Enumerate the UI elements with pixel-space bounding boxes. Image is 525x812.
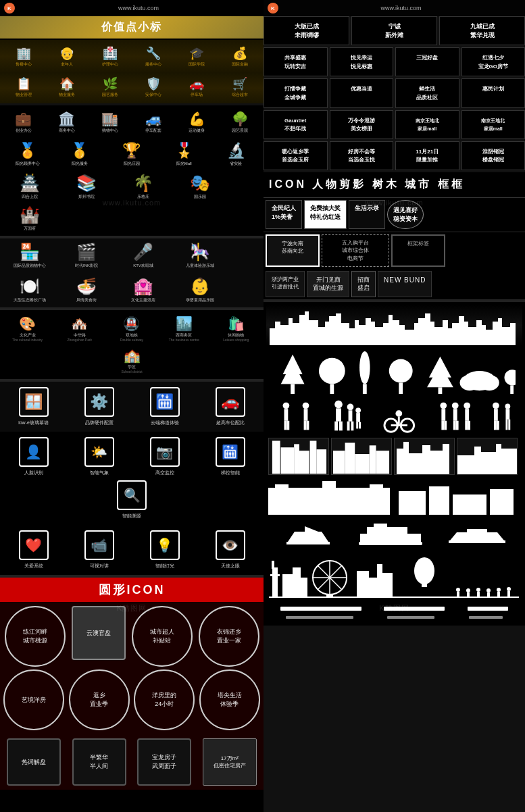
icon-label: 物业管理 — [16, 93, 32, 97]
promo-badge-2: 免费抽大奖特礼仿红送 — [304, 200, 347, 229]
svg-rect-8 — [318, 327, 325, 345]
circle-icon-sqm: 17万m² 低密住宅房产 — [203, 738, 257, 786]
svg-rect-73 — [347, 422, 350, 431]
banner-text-6: 三冠好盘 — [416, 55, 438, 61]
circle-icon-text: 练江河畔 城市桃源 — [23, 628, 47, 644]
icon-item-white: 🌳 园艺景观 — [222, 109, 259, 134]
svg-point-75 — [355, 407, 361, 413]
cinema-icon-item: 🎬 时代INK影院 — [59, 241, 114, 270]
svg-rect-39 — [498, 318, 502, 345]
food-street-icon: 🍜 — [76, 277, 97, 296]
svg-rect-117 — [409, 453, 422, 475]
smart-icons-grid: 👤 人脸识别 🌤️ 智能气象 📷 高空监控 🛗 梯控智能 🔍 智能溯源 — [0, 432, 264, 525]
building-block-6 — [395, 481, 520, 515]
business-label: 西商务区 — [176, 333, 192, 338]
circle-icon-yangfang: 洋房里的 24小时 — [134, 669, 195, 730]
svg-point-45 — [319, 358, 345, 384]
banner-item-18: 11月21日限量加推 — [395, 141, 459, 170]
banner-item-9: 优惠当道 — [330, 78, 394, 107]
direction-banner-3: 招商盛启 — [351, 271, 376, 297]
svg-rect-5 — [299, 315, 305, 345]
people-svg — [273, 400, 516, 434]
culture-hotel-icon-item: 🏩 文化主题酒店 — [116, 276, 170, 305]
icon-section-header: ICON 人物剪影 树木 城市 框框 — [264, 172, 525, 198]
svg-point-71 — [347, 403, 354, 410]
city-skyline-svg-1 — [270, 308, 520, 345]
subway-icon-item: 🚇 双地铁 Double subway — [111, 314, 153, 343]
svg-rect-105 — [281, 447, 295, 474]
svg-point-168 — [486, 588, 491, 592]
top-banners-row5: 暖心返乡季首选金玉府 好房不会等当选金玉悦 11月21日限量加推 淮阴销冠楼盘销… — [264, 141, 525, 170]
svg-rect-140 — [359, 542, 422, 545]
circle-icon-text: 宝龙房子 武周面子 — [152, 753, 176, 770]
svg-rect-113 — [370, 445, 376, 474]
svg-point-63 — [303, 403, 309, 409]
trace-item: 🔍 智能溯源 — [105, 480, 159, 519]
top-banners-row4: Gauntlet不想年战 万令令巡游美女榜册 南京王地北家居mall 南京王地北… — [264, 110, 525, 139]
svg-rect-15 — [359, 325, 366, 345]
watermark-text: www.ikutu.com — [18, 5, 259, 11]
building-block-2 — [331, 438, 392, 475]
face-recog-label: 人脸识别 — [24, 470, 43, 476]
circle-section-header: 圆形ICON — [0, 578, 264, 602]
banner-text-18: 11月21日限量加推 — [416, 149, 439, 163]
block-svg-4 — [457, 438, 518, 475]
svg-rect-93 — [465, 409, 469, 420]
smart-weather-icon: 🌤️ — [84, 437, 114, 467]
care-icons-grid: ❤️ 关爱系统 📹 可视对讲 💡 智能灯光 👁️ 天使之眼 — [0, 525, 264, 575]
icon-label: 园艺景观 — [232, 128, 248, 133]
weather-label: 智能气象 — [90, 470, 109, 476]
wreath-label: 阳光颐养中心 — [16, 161, 40, 167]
banner-text-13: 万令令巡游美女榜册 — [348, 118, 375, 132]
banner-text-19: 淮阴销冠楼盘销冠 — [482, 149, 504, 163]
face-recog-item: 👤 人脸识别 — [7, 437, 61, 476]
svg-point-160 — [414, 557, 434, 584]
property-mgmt-icon: 📋 — [16, 76, 31, 91]
svg-rect-34 — [468, 327, 476, 345]
banner-item-11: 惠民计划 — [461, 78, 526, 107]
svg-rect-10 — [329, 316, 336, 345]
banner-text-8: 打擂争藏全城争藏 — [284, 86, 306, 101]
circle-icon-text: 17万m² 低密住宅房产 — [214, 755, 246, 769]
promo-badge-4: 遇见喜好稳资资本 — [387, 200, 424, 229]
cultural-icon-item: 🎨 文化产业 The cultural industry — [7, 314, 49, 343]
building-label: 国乐园 — [194, 194, 206, 200]
culture-hotel-label: 文化主题酒店 — [131, 297, 155, 303]
svg-rect-48 — [363, 384, 367, 394]
angel-eye-label: 天使之眼 — [221, 563, 240, 569]
glass-wall-label: low-e玻璃幕墙 — [18, 420, 49, 426]
icon-item-white: 🏬 购物中心 — [91, 109, 128, 134]
svg-point-164 — [466, 588, 470, 592]
svg-rect-125 — [501, 449, 518, 475]
wreath-label: 阳光服务 — [72, 161, 88, 167]
svg-rect-90 — [453, 421, 456, 430]
wreath-label: 阳光庄园 — [124, 161, 140, 167]
banner-item-10: 鲜生活品质社区 — [395, 78, 459, 107]
svg-rect-60 — [284, 409, 288, 420]
svg-rect-116 — [403, 442, 409, 475]
dining-icon: 🍽️ — [20, 277, 40, 296]
dining-label: 大型生态餐饮广场 — [14, 297, 46, 303]
high-cam-icon: 📷 — [150, 437, 180, 467]
svg-rect-114 — [376, 451, 390, 474]
leisure-label: 休闲购物 — [228, 333, 244, 338]
building-item: 🌴 乐格庄 — [116, 172, 170, 201]
svg-rect-85 — [441, 409, 445, 420]
svg-rect-133 — [490, 489, 514, 515]
svg-rect-65 — [304, 421, 307, 430]
skyline-row-1 — [266, 305, 522, 345]
svg-rect-89 — [453, 409, 457, 420]
bar-shape-1 — [280, 607, 361, 611]
banner-item-1: 大版已成未雨绸缪 — [264, 16, 349, 45]
video-intercom-label: 可视对讲 — [90, 563, 109, 569]
car-park-icon: 🚙 — [145, 111, 162, 127]
bar-shape-5 — [387, 616, 434, 619]
wreath-item: 🔬 省实验 — [212, 142, 259, 167]
gold-icons-grid: 🏢 售楼中心 👴 老年人 🏥 护理中心 🔧 服务中心 🎓 国际学院 💰 — [0, 40, 264, 73]
elevator-ctrl-item: 🛗 梯控智能 — [203, 437, 257, 476]
circle-icons-grid: 练江河畔 城市桃源 云澳官盘 城市超人 补贴站 衣锦还乡 置业一家 艺境洋房 返… — [0, 602, 264, 734]
svg-rect-87 — [444, 421, 447, 430]
leisure-shopping-icon: 🛍️ — [228, 315, 245, 332]
svg-rect-123 — [481, 452, 496, 475]
icon-item: 🏢 售楼中心 — [3, 44, 44, 69]
